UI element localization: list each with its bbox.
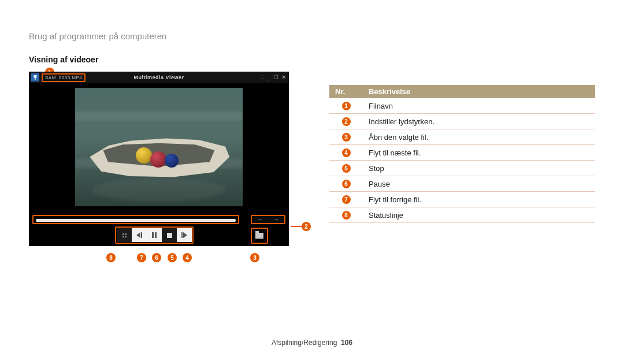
table-row: 1Filnavn	[329, 98, 595, 114]
table-row: 5Stop	[329, 161, 595, 176]
volume-control[interactable]: ⌢ ⌢	[251, 215, 285, 224]
app-icon	[31, 73, 39, 81]
callout-marker-6: 6	[152, 253, 161, 262]
row-badge: 4	[342, 148, 351, 157]
row-badge: 1	[342, 102, 351, 110]
player-screenshot: 1 SAM_0003.MP4 Multimedia Viewer ⸬ _ ☐ ✕…	[29, 72, 289, 246]
col-header-nr: Nr.	[329, 85, 363, 98]
row-badge: 3	[342, 133, 351, 142]
page-footer: Afspilning/Redigering 106	[0, 339, 624, 347]
leader-line-2	[291, 226, 302, 227]
pause-button[interactable]	[147, 228, 162, 242]
section-title: Visning af videoer	[29, 55, 98, 64]
row-badge: 6	[342, 180, 351, 188]
callout-marker-3: 3	[250, 253, 259, 262]
table-row: 7Flyt til forrige fil.	[329, 192, 595, 207]
table-row: 4Flyt til næste fil.	[329, 145, 595, 161]
callout-marker-4: 4	[183, 253, 192, 262]
callout-marker-5: 5	[168, 253, 177, 262]
footer-section: Afspilning/Redigering	[272, 339, 337, 347]
bottom-callout-row: 8 7 6 5 4 3	[29, 253, 289, 265]
callout-marker-2: 2	[302, 222, 311, 231]
row-desc: Statuslinje	[363, 207, 595, 223]
volume-up-icon[interactable]: ⌢	[274, 216, 278, 223]
row-desc: Åbn den valgte fil.	[363, 129, 595, 145]
row-desc: Indstiller lydstyrken.	[363, 114, 595, 129]
app-title: Multimedia Viewer	[134, 75, 184, 80]
row-badge: 5	[342, 164, 351, 173]
table-row: 6Pause	[329, 176, 595, 192]
window-controls[interactable]: ⸬ _ ☐ ✕	[261, 74, 287, 81]
row-desc: Flyt til forrige fil.	[363, 192, 595, 207]
transport-controls	[115, 226, 194, 244]
row-badge: 8	[342, 211, 351, 220]
filename-label: SAM_0003.MP4	[42, 73, 86, 82]
page-number: 106	[341, 339, 352, 347]
table-row: 8Statuslinje	[329, 207, 595, 223]
row-desc: Filnavn	[363, 98, 595, 114]
open-file-button[interactable]	[251, 228, 268, 244]
table-row: 2Indstiller lydstyrken.	[329, 114, 595, 129]
folder-icon	[255, 233, 263, 239]
callout-marker-7: 7	[137, 253, 146, 262]
row-desc: Flyt til næste fil.	[363, 145, 595, 161]
multimedia-viewer-window: SAM_0003.MP4 Multimedia Viewer ⸬ _ ☐ ✕ ⌢…	[29, 72, 289, 246]
video-frame	[75, 88, 243, 206]
callout-marker-8: 8	[106, 253, 116, 262]
grid-icon	[122, 233, 127, 237]
next-button[interactable]	[177, 228, 192, 242]
table-row: 3Åbn den valgte fil.	[329, 129, 595, 145]
row-badge: 2	[342, 117, 351, 126]
page-header: Brug af programmer på computeren	[29, 31, 166, 41]
previous-button[interactable]	[132, 228, 147, 242]
progress-bar[interactable]	[32, 215, 239, 224]
row-badge: 7	[342, 195, 351, 204]
row-desc: Stop	[363, 161, 595, 176]
thumbnails-button[interactable]	[117, 228, 132, 242]
window-titlebar: SAM_0003.MP4 Multimedia Viewer ⸬ _ ☐ ✕	[29, 72, 289, 83]
stop-button[interactable]	[162, 228, 177, 242]
legend-table: Nr. Beskrivelse 1Filnavn 2Indstiller lyd…	[329, 85, 595, 223]
volume-down-icon[interactable]: ⌢	[258, 216, 262, 223]
row-desc: Pause	[363, 176, 595, 192]
col-header-desc: Beskrivelse	[363, 85, 595, 98]
